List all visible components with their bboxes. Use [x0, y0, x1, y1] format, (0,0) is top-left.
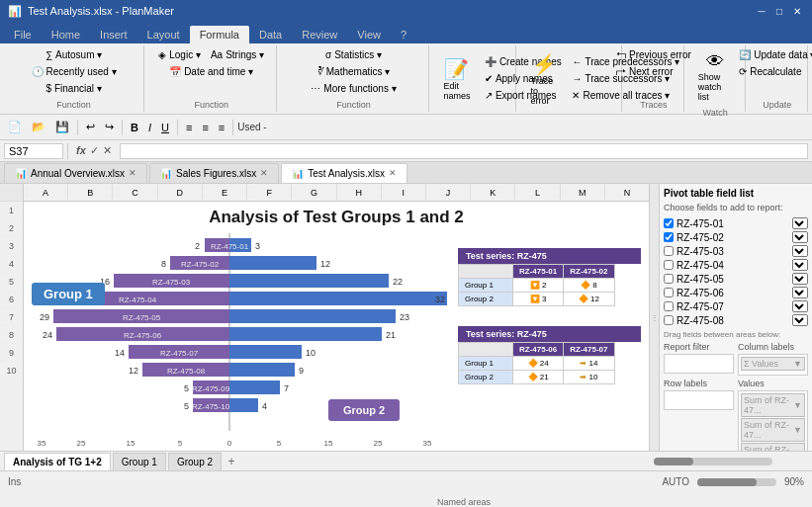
field-rz06-select[interactable]: ▼: [792, 287, 808, 298]
values-item-2[interactable]: Sum of RZ-47... ▼: [741, 418, 805, 442]
toolbar-align-left[interactable]: ≡: [182, 120, 196, 135]
tab-formula[interactable]: Formula: [190, 26, 249, 43]
field-rz06-checkbox[interactable]: [664, 288, 674, 297]
field-rz02-checkbox[interactable]: [664, 232, 674, 242]
column-labels-drop[interactable]: Σ Values ▼: [738, 354, 808, 376]
recalculate-button[interactable]: ⟳ Recalculate: [735, 64, 812, 79]
minimize-button[interactable]: ─: [755, 4, 768, 18]
pivot-table-1: RZ-475-01 RZ-475-02 Group 1 🔽 2 🔶 8: [458, 264, 615, 306]
logic-buttons: ◈ Logic ▾ Aa Strings ▾ 📅 Date and time ▾: [152, 47, 270, 79]
toolbar-bold[interactable]: B: [127, 120, 142, 135]
values-item-1[interactable]: Sum of RZ-47... ▼: [741, 393, 805, 417]
sigma-values-item[interactable]: Σ Values ▼: [741, 357, 805, 371]
formula-input[interactable]: [120, 143, 808, 159]
field-rz03-checkbox[interactable]: [664, 246, 674, 256]
spreadsheet-area: 1 2 3 4 5 6 7 8 9 10 A B C D E F G: [0, 184, 659, 451]
close-sales-icon[interactable]: ✕: [260, 168, 268, 178]
pivot2-row1-v1: 🔶 24: [513, 357, 564, 371]
checkmark-icon[interactable]: ✓: [90, 144, 99, 157]
fx-icon: fx: [76, 144, 86, 157]
field-rz02-select[interactable]: ▼: [792, 231, 808, 243]
zoom-slider-thumb[interactable]: [697, 478, 757, 486]
group-label-function: Function: [56, 98, 91, 110]
edit-names-button[interactable]: 📝 Editnames: [437, 53, 477, 105]
file-tab-sales[interactable]: 📊 Sales Figures.xlsx ✕: [149, 163, 279, 183]
toolbar-redo[interactable]: ↪: [101, 119, 118, 135]
mathematics-button[interactable]: ∛ Mathematics ▾: [314, 64, 394, 79]
logic-button[interactable]: ◈ Logic ▾: [154, 47, 205, 62]
statistics-button[interactable]: σ Statistics ▾: [321, 47, 386, 62]
cell-reference-input[interactable]: [4, 143, 63, 159]
maximize-button[interactable]: □: [772, 4, 786, 18]
svg-text:RZ-475-07: RZ-475-07: [160, 349, 199, 358]
tab-view[interactable]: View: [347, 26, 391, 43]
zoom-slider[interactable]: [697, 478, 776, 486]
svg-text:RZ-475-09: RZ-475-09: [192, 384, 230, 393]
title-bar-left: 📊 Test Analysis.xlsx - PlanMaker: [8, 5, 174, 18]
prev-error-button[interactable]: ⮢ Previous error: [612, 47, 695, 62]
tab-review[interactable]: Review: [292, 26, 347, 43]
close-test-icon[interactable]: ✕: [389, 168, 397, 178]
field-rz04-select[interactable]: ▼: [792, 259, 808, 271]
toolbar-align-center[interactable]: ≡: [198, 120, 212, 135]
tab-data[interactable]: Data: [249, 26, 292, 43]
next-error-button[interactable]: ⮣ Next error: [612, 64, 695, 79]
toolbar-open[interactable]: 📂: [28, 119, 49, 135]
toolbar-new[interactable]: 📄: [4, 119, 26, 135]
title-bar-controls[interactable]: ─ □ ✕: [755, 4, 804, 18]
toolbar-italic[interactable]: I: [144, 120, 155, 135]
report-filter-drop[interactable]: [664, 354, 734, 374]
field-rz01-select[interactable]: ▼: [792, 217, 808, 229]
field-rz07-select[interactable]: ▼: [792, 300, 808, 312]
toolbar-align-right[interactable]: ≡: [215, 120, 228, 135]
cancel-formula-icon[interactable]: ✕: [103, 144, 112, 157]
close-button[interactable]: ✕: [790, 4, 804, 18]
toolbar-undo[interactable]: ↩: [82, 119, 99, 135]
show-watchlist-button[interactable]: 👁 Showwatch list: [692, 47, 739, 106]
add-sheet-button[interactable]: +: [224, 454, 239, 469]
pivot1-row1-v2: 🔶 8: [564, 279, 614, 293]
field-rz01-checkbox[interactable]: [664, 218, 674, 228]
field-rz08-checkbox[interactable]: [664, 315, 674, 325]
horizontal-scrollbar[interactable]: [654, 458, 772, 465]
field-rz02-label: RZ-475-02: [677, 232, 724, 243]
tab-file[interactable]: File: [4, 26, 42, 43]
resize-handle[interactable]: ⋮: [649, 184, 659, 451]
field-rz04-checkbox[interactable]: [664, 260, 674, 270]
more-functions-button[interactable]: ⋯ More functions ▾: [307, 81, 400, 96]
tab-layout[interactable]: Layout: [137, 26, 190, 43]
strings-button[interactable]: Aa Strings ▾: [207, 47, 268, 62]
field-rz05-checkbox[interactable]: [664, 274, 674, 284]
sheet-content[interactable]: A B C D E F G H I J K L M N Analysis of …: [24, 184, 649, 451]
values-drop[interactable]: Sum of RZ-47... ▼ Sum of RZ-47... ▼ Sum …: [738, 390, 808, 451]
financial-button[interactable]: $ Financial ▾: [42, 81, 105, 96]
field-rz05-select[interactable]: ▼: [792, 273, 808, 285]
update-data-button[interactable]: 🔄 Update data ▾: [735, 47, 812, 62]
close-annual-icon[interactable]: ✕: [129, 168, 136, 178]
autosum-button[interactable]: ∑ Autosum ▾: [42, 47, 106, 62]
field-rz08-select[interactable]: ▼: [792, 314, 808, 326]
sheet-tab-group2[interactable]: Group 2: [168, 453, 222, 470]
tab-help[interactable]: ?: [391, 26, 416, 43]
svg-text:Group 2: Group 2: [343, 404, 385, 416]
tab-home[interactable]: Home: [42, 26, 90, 43]
values-item-3[interactable]: Sum of RZ-47... ▼: [741, 443, 805, 451]
sheet-tab-analysis[interactable]: Analysis of TG 1+2: [4, 453, 111, 470]
trace-to-error-button[interactable]: ⚡ Traceto error: [524, 48, 564, 110]
toolbar-underline[interactable]: U: [157, 120, 173, 135]
scrollbar-thumb[interactable]: [654, 458, 693, 465]
field-rz03-select[interactable]: ▼: [792, 245, 808, 257]
pivot2-row1: Group 1 🔶 24 ➡ 14: [459, 357, 615, 371]
file-tab-test[interactable]: 📊 Test Analysis.xlsx ✕: [281, 163, 407, 183]
toolbar-save[interactable]: 💾: [51, 119, 73, 135]
tab-insert[interactable]: Insert: [90, 26, 137, 43]
datetime-button[interactable]: 📅 Date and time ▾: [165, 64, 257, 79]
col-m: M: [561, 184, 605, 201]
file-tab-annual[interactable]: 📊 Annual Overview.xlsx ✕: [4, 163, 147, 183]
row-labels-drop[interactable]: [664, 390, 734, 410]
recently-used-button[interactable]: 🕐 Recently used ▾: [28, 64, 121, 79]
svg-text:4: 4: [262, 401, 267, 411]
field-rz07-checkbox[interactable]: [664, 301, 674, 311]
sheet-tab-group1[interactable]: Group 1: [113, 453, 166, 470]
sigma-values-text: Σ Values: [744, 359, 778, 369]
